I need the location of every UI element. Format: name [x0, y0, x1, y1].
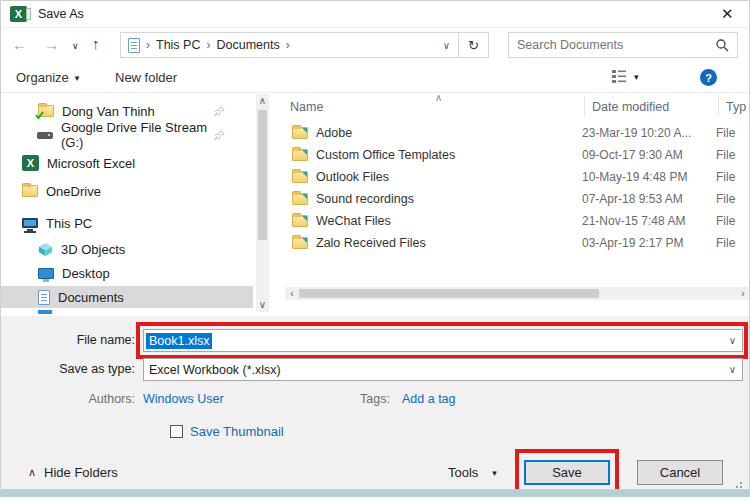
file-row[interactable]: Outlook Files 10-May-19 4:48 PM File — [280, 166, 750, 188]
organize-dropdown-icon: ▾ — [75, 73, 80, 83]
file-name: WeChat Files — [316, 214, 582, 228]
scrollbar-thumb[interactable] — [299, 289, 599, 298]
search-input[interactable] — [517, 38, 715, 52]
file-row[interactable]: WeChat Files 21-Nov-15 7:48 AM File — [280, 210, 750, 232]
save-as-type-label: Save as type: — [20, 362, 135, 376]
refresh-button[interactable]: ↻ — [459, 32, 489, 58]
save-as-type-value: Excel Workbook (*.xlsx) — [149, 363, 281, 377]
file-name: Sound recordings — [316, 192, 582, 206]
column-header-name[interactable]: Name — [290, 100, 323, 114]
sort-ascending-icon: ∧ — [435, 92, 442, 103]
address-bar[interactable]: › This PC › Documents › ∨ — [120, 32, 459, 58]
column-separator[interactable] — [718, 96, 719, 116]
scroll-left-icon[interactable]: ‹ — [285, 289, 299, 299]
excel-icon: X — [22, 155, 39, 171]
file-date: 10-May-19 4:48 PM — [582, 170, 716, 184]
sidebar-item-3d-objects[interactable]: 3D Objects — [0, 238, 253, 260]
scrollbar-thumb[interactable] — [258, 110, 267, 240]
sidebar-scrollbar[interactable]: ∧ ∨ — [256, 94, 269, 312]
new-folder-button[interactable]: New folder — [115, 70, 177, 85]
save-thumbnail-label: Save Thumbnail — [190, 424, 284, 439]
file-name-input[interactable]: Book1.xlsx ∨ — [143, 329, 743, 352]
pin-icon — [214, 130, 225, 141]
save-as-type-select[interactable]: Excel Workbook (*.xlsx) ∨ — [143, 358, 743, 381]
file-type: File — [716, 148, 735, 162]
sidebar-item-label: Microsoft Excel — [47, 156, 135, 171]
organize-label: Organize — [16, 70, 69, 85]
scroll-down-icon[interactable]: ∨ — [256, 298, 269, 312]
file-name: Custom Office Templates — [316, 148, 582, 162]
sidebar-item-dong-van-thinh[interactable]: Dong Van Thinh — [0, 100, 253, 122]
tools-button[interactable]: Tools ▾ — [448, 465, 497, 480]
hide-folders-button[interactable]: ∧ Hide Folders — [28, 465, 118, 480]
scroll-right-icon[interactable]: › — [736, 289, 750, 299]
file-row[interactable]: Custom Office Templates 09-Oct-17 9:30 A… — [280, 144, 750, 166]
folder-icon — [292, 193, 308, 205]
tags-label: Tags: — [345, 392, 390, 406]
cancel-button[interactable]: Cancel — [637, 460, 723, 485]
column-header-date-modified[interactable]: Date modified — [592, 100, 669, 114]
search-box[interactable] — [508, 32, 738, 58]
scroll-up-icon[interactable]: ∧ — [256, 94, 269, 108]
save-button[interactable]: Save — [524, 460, 610, 485]
sidebar-item-desktop[interactable]: Desktop — [0, 262, 253, 284]
file-row[interactable]: Sound recordings 07-Apr-18 9:53 AM File — [280, 188, 750, 210]
file-row[interactable]: Zalo Received Files 03-Apr-19 2:17 PM Fi… — [280, 232, 750, 254]
sidebar-item-google-drive[interactable]: Google Drive File Stream (G:) — [0, 124, 253, 146]
view-mode-button[interactable]: ▾ — [612, 70, 639, 83]
breadcrumb-this-pc[interactable]: This PC — [150, 38, 206, 52]
help-button[interactable]: ? — [700, 69, 717, 86]
column-header-type[interactable]: Typ — [726, 100, 746, 114]
file-name-dropdown-icon[interactable]: ∨ — [729, 335, 742, 346]
address-dropdown-chevron-icon[interactable]: ∨ — [443, 40, 458, 51]
breadcrumb-documents[interactable]: Documents — [210, 38, 285, 52]
file-name: Outlook Files — [316, 170, 582, 184]
file-list-scrollbar[interactable]: ‹ › — [285, 287, 750, 300]
save-as-type-dropdown-icon[interactable]: ∨ — [729, 364, 742, 375]
tools-dropdown-icon: ▾ — [492, 468, 497, 478]
folder-icon — [292, 171, 308, 183]
sidebar-item-this-pc[interactable]: This PC — [0, 212, 253, 234]
back-icon[interactable]: ← — [12, 37, 27, 52]
cancel-button-label: Cancel — [660, 465, 700, 480]
sidebar-item-onedrive[interactable]: OneDrive — [0, 180, 253, 202]
cube-icon — [38, 242, 53, 257]
navigation-sidebar: Dong Van Thinh Google Drive File Stream … — [0, 94, 256, 316]
file-type: File — [716, 192, 735, 206]
file-row[interactable]: Adobe 23-Mar-19 10:20 A... File — [280, 122, 750, 144]
up-icon[interactable]: ↑ — [92, 36, 100, 51]
pin-icon — [214, 106, 225, 117]
sidebar-item-documents[interactable]: Documents — [0, 286, 253, 308]
file-name: Zalo Received Files — [316, 236, 582, 250]
recent-locations-chevron-icon[interactable]: ∨ — [72, 41, 79, 51]
organize-button[interactable]: Organize ▾ — [16, 70, 79, 85]
drive-icon — [37, 132, 53, 139]
view-dropdown-icon: ▾ — [634, 72, 639, 82]
tools-label: Tools — [448, 465, 478, 480]
add-tag-link[interactable]: Add a tag — [402, 392, 456, 406]
folder-icon — [292, 149, 308, 161]
authors-value-link[interactable]: Windows User — [143, 392, 224, 406]
synced-folder-icon — [38, 105, 54, 117]
sidebar-item-label: Desktop — [62, 266, 110, 281]
footer-bar: ∧ Hide Folders Tools ▾ Save Cancel — [0, 455, 750, 490]
forward-icon[interactable]: → — [44, 37, 59, 52]
onedrive-folder-icon — [22, 185, 38, 197]
this-pc-icon — [22, 218, 38, 228]
sidebar-item-microsoft-excel[interactable]: X Microsoft Excel — [0, 152, 253, 174]
file-name: Adobe — [316, 126, 582, 140]
column-separator[interactable] — [584, 96, 585, 116]
crumb-separator: › — [286, 38, 290, 52]
save-thumbnail-option[interactable]: Save Thumbnail — [170, 424, 284, 439]
file-name-value[interactable]: Book1.xlsx — [146, 333, 212, 349]
save-thumbnail-checkbox[interactable] — [170, 425, 183, 438]
folder-icon — [292, 215, 308, 227]
file-date: 23-Mar-19 10:20 A... — [582, 126, 716, 140]
sidebar-item-label: Dong Van Thinh — [62, 104, 155, 119]
authors-label: Authors: — [55, 392, 135, 406]
close-icon[interactable]: ✕ — [721, 6, 734, 21]
save-as-dialog: X Save As ✕ ← → ∨ ↑ › This PC › Document… — [0, 0, 750, 500]
save-button-label: Save — [552, 465, 582, 480]
file-date: 09-Oct-17 9:30 AM — [582, 148, 716, 162]
file-type: File — [716, 214, 735, 228]
